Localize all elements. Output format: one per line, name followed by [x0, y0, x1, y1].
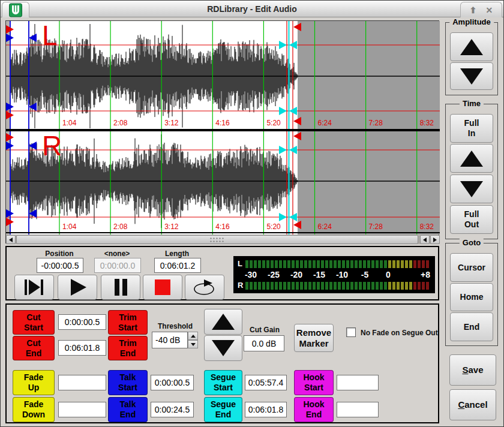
segue-start-button[interactable]: Segue Start [204, 370, 242, 395]
meter-led-segment [405, 282, 408, 290]
remove-marker-button[interactable]: Remove Marker [294, 324, 334, 352]
hook-start-field[interactable] [337, 375, 379, 390]
segue-start-field[interactable]: 0:05:57.4 [245, 375, 287, 390]
waveform-right-channel[interactable]: R 1:042:083:124:165:206:247:288:32 [6, 131, 440, 234]
titlebar[interactable]: RDLibrary - Edit Audio ⬆ ✕ [1, 1, 503, 17]
time-zoom-in-button[interactable] [450, 144, 493, 173]
down-arrow-icon [460, 181, 483, 197]
cue-marker-triangle[interactable] [279, 213, 287, 221]
waveform-left-channel[interactable]: L 1:042:083:124:165:206:247:288:32 [6, 21, 440, 129]
meter-right-label: R [238, 281, 243, 290]
trim-start-button[interactable]: Trim Start [108, 310, 148, 335]
meter-led-segment [413, 282, 416, 290]
threshold-spin-up-icon[interactable] [188, 332, 198, 340]
segue-end-field[interactable]: 0:06:01.8 [245, 402, 287, 417]
cue-marker-triangle[interactable] [29, 142, 37, 150]
play-from-start-button[interactable] [14, 275, 54, 300]
cut-end-field[interactable]: 0:06:01.8 [58, 340, 106, 356]
hook-start-button[interactable]: Hook Start [294, 370, 334, 395]
cue-marker-triangle[interactable] [29, 209, 37, 218]
hook-end-button[interactable]: Hook End [294, 397, 334, 422]
cut-start-field[interactable]: 0:00:00.5 [58, 314, 106, 330]
fade-up-button[interactable]: Fade Up [13, 370, 55, 395]
talk-end-button[interactable]: Talk End [108, 397, 148, 422]
time-full-out-button[interactable]: Full Out [450, 205, 493, 234]
amplitude-up-button[interactable] [450, 32, 493, 61]
cue-marker-triangle[interactable] [6, 142, 14, 150]
cue-marker-triangle[interactable] [289, 41, 297, 49]
cue-marker-triangle[interactable] [279, 107, 287, 115]
fade-down-field[interactable] [58, 402, 106, 417]
cue-marker-triangle[interactable] [29, 103, 37, 111]
meter-led-segment [266, 282, 269, 290]
talk-end-field[interactable]: 0:00:24.5 [151, 402, 194, 417]
talk-start-button[interactable]: Talk Start [108, 370, 148, 395]
talk-start-field[interactable]: 0:00:00.5 [151, 375, 194, 390]
time-zoom-out-button[interactable] [450, 175, 493, 203]
cue-marker-triangle[interactable] [6, 103, 14, 111]
cue-marker-triangle[interactable] [6, 25, 14, 34]
cue-marker-triangle[interactable] [293, 117, 301, 125]
up-arrow-icon [212, 314, 235, 330]
meter-led-segment [258, 282, 261, 290]
cancel-button[interactable]: Cancel [449, 389, 496, 420]
length-field[interactable]: 0:06:01.2 [154, 258, 201, 273]
time-full-in-button[interactable]: Full In [450, 114, 493, 143]
scrollbar-thumb[interactable] [16, 235, 418, 244]
fade-up-field[interactable] [58, 375, 106, 390]
goto-home-button[interactable]: Home [450, 283, 493, 311]
position-field[interactable]: -0:00:00.5 [37, 258, 83, 273]
gain-down-button[interactable] [204, 335, 242, 361]
edit-audio-window: RDLibrary - Edit Audio ⬆ ✕ L 1:042:083:1… [0, 0, 504, 427]
cue-marker-triangle[interactable] [6, 34, 14, 42]
stop-button[interactable] [143, 275, 182, 300]
meter-scale-label: +8 [421, 270, 430, 279]
cue-marker-triangle[interactable] [289, 107, 297, 115]
gain-up-button[interactable] [204, 309, 242, 335]
amplitude-down-button[interactable] [450, 62, 493, 90]
meter-led-segment [300, 282, 303, 290]
cue-marker-triangle[interactable] [293, 132, 301, 140]
cue-marker-triangle[interactable] [6, 133, 14, 142]
pause-button[interactable] [101, 275, 140, 300]
segue-end-button[interactable]: Segue End [204, 397, 242, 422]
meter-led-segment [342, 260, 345, 268]
cut-end-button[interactable]: Cut End [13, 336, 55, 360]
cue-marker-triangle[interactable] [289, 213, 297, 221]
hook-end-field[interactable] [337, 402, 379, 417]
goto-cursor-button[interactable]: Cursor [450, 253, 493, 282]
meter-led-segment [384, 282, 387, 290]
cue-marker-triangle[interactable] [29, 34, 37, 42]
scrollbar-step-right-icon[interactable] [430, 235, 440, 244]
play-button[interactable] [58, 275, 97, 300]
cue-marker-triangle[interactable] [293, 23, 301, 31]
cue-marker-triangle[interactable] [289, 146, 297, 154]
save-button[interactable]: Save [449, 354, 496, 386]
shade-window-icon[interactable]: ⬆ [470, 6, 477, 14]
cue-marker-triangle[interactable] [6, 111, 14, 119]
close-window-icon[interactable]: ✕ [485, 6, 493, 14]
meter-led-segment [254, 282, 257, 290]
threshold-spinbox[interactable]: -40 dB [152, 332, 198, 348]
scrollbar-step-left-icon[interactable] [420, 235, 430, 244]
cue-marker-triangle[interactable] [279, 146, 287, 154]
meter-led-segment [321, 282, 324, 290]
cue-marker-triangle[interactable] [6, 218, 14, 226]
waveform-scrollbar[interactable] [6, 235, 440, 244]
cut-start-button[interactable]: Cut Start [13, 310, 55, 335]
goto-end-button[interactable]: End [450, 312, 493, 341]
cue-marker-triangle[interactable] [6, 209, 14, 218]
cue-marker-triangle[interactable] [279, 41, 287, 49]
threshold-value[interactable]: -40 dB [152, 332, 188, 348]
trim-end-button[interactable]: Trim End [108, 336, 148, 360]
scrollbar-left-arrow-icon[interactable] [6, 235, 16, 244]
no-fade-checkbox[interactable] [346, 327, 356, 337]
meter-led-segment [279, 282, 282, 290]
cut-gain-field[interactable]: 0.0 dB [244, 335, 284, 351]
cue-marker-triangle[interactable] [293, 221, 301, 229]
channel-label-right: R [42, 131, 62, 160]
threshold-spin-down-icon[interactable] [188, 340, 198, 348]
loop-button[interactable] [185, 275, 224, 300]
meter-led-segment [287, 282, 290, 290]
fade-down-button[interactable]: Fade Down [13, 397, 55, 422]
